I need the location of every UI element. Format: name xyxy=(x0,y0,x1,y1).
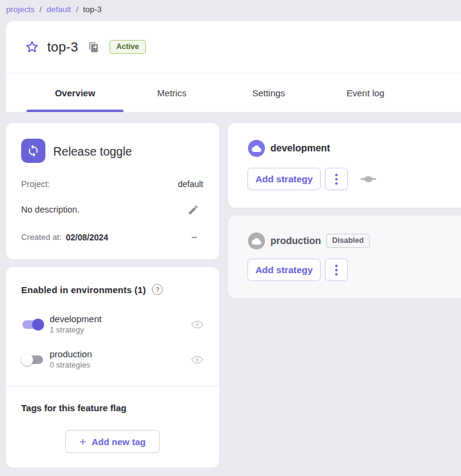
environment-panel-title: development xyxy=(270,143,330,154)
kebab-menu-icon[interactable] xyxy=(325,259,348,281)
eye-icon[interactable] xyxy=(191,319,204,330)
add-strategy-button[interactable]: Add strategy xyxy=(247,168,321,190)
description-row: No description. xyxy=(21,203,203,216)
add-new-tag-label: Add new tag xyxy=(91,437,145,447)
tab-event-log-label: Event log xyxy=(347,88,385,98)
environments-and-tags-card: Enabled in environments (1) ? developmen… xyxy=(6,267,219,468)
project-row: Project: default xyxy=(21,179,203,189)
environment-panel-production: production Disabled Add strategy xyxy=(228,216,461,298)
environment-panel-actions: Add strategy xyxy=(247,259,348,281)
environments-heading: Enabled in environments (1) xyxy=(21,285,146,295)
feature-header-card: top-3 Active Overview Metrics Settings E… xyxy=(6,21,461,112)
breadcrumb-separator: / xyxy=(39,5,42,14)
environment-row-development: development 1 strategy xyxy=(21,311,204,338)
tab-metrics[interactable]: Metrics xyxy=(123,73,220,112)
flag-type-label: Release toggle xyxy=(53,145,132,159)
environment-strategy-count: 1 strategy xyxy=(50,325,102,336)
project-value: default xyxy=(178,179,203,189)
environment-texts: production 0 strategies xyxy=(50,349,92,371)
environment-name: production xyxy=(50,349,92,360)
toggle-thumb xyxy=(32,319,44,331)
breadcrumb-link-default[interactable]: default xyxy=(47,5,71,14)
kebab-menu-icon[interactable] xyxy=(325,168,348,190)
environment-texts: development 1 strategy xyxy=(50,314,102,336)
help-icon[interactable]: ? xyxy=(152,284,163,295)
breadcrumb: projects / default / top-3 xyxy=(6,2,102,16)
toggle-thumb xyxy=(21,354,33,366)
eye-icon[interactable] xyxy=(191,354,204,365)
environment-row-production: production 0 strategies xyxy=(21,346,204,373)
environment-strategy-count: 0 strategies xyxy=(50,360,92,371)
breadcrumb-current: top-3 xyxy=(83,5,102,14)
feature-header-row: top-3 Active xyxy=(6,21,461,73)
tab-settings[interactable]: Settings xyxy=(220,73,317,112)
tab-overview-label: Overview xyxy=(55,88,96,98)
favorite-star-icon[interactable] xyxy=(24,39,40,55)
edit-pencil-icon[interactable] xyxy=(186,203,200,216)
flag-details-card: Release toggle Project: default No descr… xyxy=(6,123,219,259)
collapse-icon[interactable]: – xyxy=(192,232,197,242)
environments-heading-row: Enabled in environments (1) ? xyxy=(21,284,163,295)
environment-toggle-production[interactable] xyxy=(21,353,44,366)
tab-bar: Overview Metrics Settings Event log xyxy=(27,73,414,112)
created-at-value: 02/08/2024 xyxy=(66,233,108,242)
release-toggle-type-badge xyxy=(21,139,45,163)
tab-event-log[interactable]: Event log xyxy=(317,73,414,112)
disabled-badge: Disabled xyxy=(326,234,370,248)
environment-panel-actions: Add strategy xyxy=(247,168,376,190)
active-tab-indicator xyxy=(27,110,123,112)
created-at-row: Created at: 02/08/2024 – xyxy=(21,232,203,242)
tab-overview[interactable]: Overview xyxy=(27,73,123,112)
tab-metrics-label: Metrics xyxy=(157,88,186,98)
status-badge: Active xyxy=(110,40,146,54)
cloud-icon xyxy=(248,233,265,250)
breadcrumb-link-projects[interactable]: projects xyxy=(6,5,34,14)
cloud-icon xyxy=(248,140,265,157)
environment-name: development xyxy=(50,314,102,325)
project-label: Project: xyxy=(21,179,50,189)
tab-settings-label: Settings xyxy=(252,88,285,98)
sync-icon xyxy=(27,144,40,157)
last-seen-indicator-icon xyxy=(361,176,376,182)
tags-section-title: Tags for this feature flag xyxy=(21,403,126,413)
breadcrumb-separator: / xyxy=(76,5,79,14)
add-strategy-button[interactable]: Add strategy xyxy=(247,259,321,281)
copy-icon[interactable] xyxy=(88,41,100,53)
environment-toggle-development[interactable] xyxy=(21,318,44,331)
created-at-label: Created at: xyxy=(21,233,62,242)
description-text: No description. xyxy=(21,205,80,214)
card-divider xyxy=(6,386,219,386)
environment-panel-title: production xyxy=(270,236,321,246)
environment-panel-development: development Add strategy xyxy=(228,123,461,208)
page-title: top-3 xyxy=(47,39,78,55)
plus-icon: + xyxy=(79,436,86,448)
add-new-tag-button[interactable]: + Add new tag xyxy=(65,430,160,453)
